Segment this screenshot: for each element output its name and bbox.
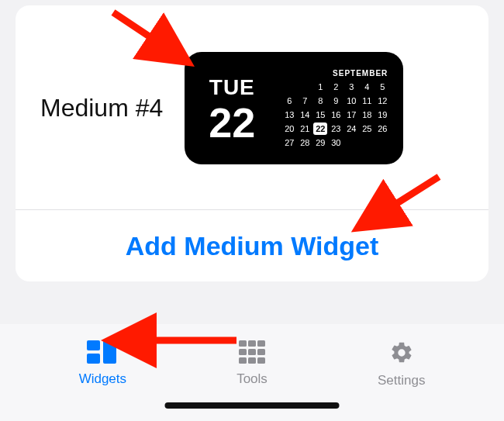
- svg-rect-11: [257, 357, 265, 364]
- preview-date: TUE 22: [198, 75, 265, 143]
- tools-icon: [239, 340, 265, 367]
- mini-calendar-cell: 26: [375, 123, 389, 135]
- mini-calendar-cell: 11: [360, 95, 374, 107]
- mini-calendar-cell: 22: [313, 123, 327, 135]
- add-widget-row[interactable]: Add Medium Widget: [16, 210, 488, 281]
- mini-calendar-cell: 24: [344, 123, 358, 135]
- calendar-widget-preview: TUE 22 SEPTEMBER 12345678910111213141516…: [185, 52, 403, 164]
- svg-rect-7: [248, 349, 256, 355]
- home-indicator[interactable]: [165, 402, 340, 409]
- tab-label: Widgets: [79, 371, 126, 387]
- widget-card: Medium #4 TUE 22 SEPTEMBER 1234567891011…: [16, 5, 488, 281]
- svg-rect-3: [239, 340, 247, 347]
- mini-calendar-cell: 13: [282, 109, 296, 121]
- svg-rect-9: [239, 357, 247, 364]
- mini-calendar-cell: 20: [282, 123, 296, 135]
- mini-calendar: SEPTEMBER 123456789101112131415161718192…: [282, 69, 389, 149]
- svg-rect-0: [87, 340, 100, 350]
- mini-calendar-cell-empty: [298, 81, 312, 93]
- svg-rect-1: [87, 354, 100, 364]
- mini-calendar-cell: 10: [344, 95, 358, 107]
- mini-calendar-cell: 17: [344, 109, 358, 121]
- tab-label: Tools: [236, 371, 268, 387]
- mini-calendar-cell: 15: [313, 109, 327, 121]
- mini-calendar-cell: 9: [329, 95, 343, 107]
- tab-tools[interactable]: Tools: [178, 340, 327, 421]
- mini-calendar-cell: 7: [298, 95, 312, 107]
- mini-calendar-cell: 21: [298, 123, 312, 135]
- tab-label: Settings: [378, 373, 425, 388]
- add-medium-widget-button[interactable]: Add Medium Widget: [126, 231, 378, 261]
- widget-preview-row[interactable]: Medium #4 TUE 22 SEPTEMBER 1234567891011…: [16, 5, 488, 209]
- mini-calendar-cell: 1: [313, 81, 327, 93]
- mini-calendar-cell: 6: [282, 95, 296, 107]
- tab-settings[interactable]: Settings: [326, 340, 476, 421]
- mini-calendar-cell: 25: [360, 123, 374, 135]
- mini-calendar-cell: 8: [313, 95, 327, 107]
- mini-calendar-cell: 2: [329, 81, 343, 93]
- mini-calendar-cell: 12: [375, 95, 389, 107]
- mini-calendar-cell: 5: [375, 81, 389, 93]
- svg-rect-8: [257, 349, 265, 355]
- mini-calendar-cell: 30: [329, 136, 343, 149]
- svg-rect-4: [248, 340, 256, 347]
- mini-calendar-cell: 27: [282, 136, 296, 149]
- preview-day-number: 22: [209, 102, 255, 143]
- widget-title: Medium #4: [40, 94, 163, 123]
- mini-calendar-cell: 16: [329, 109, 343, 121]
- mini-calendar-cell: 23: [329, 123, 343, 135]
- mini-calendar-cell: 18: [360, 109, 374, 121]
- settings-icon: [388, 340, 415, 368]
- mini-calendar-cell: 14: [298, 109, 312, 121]
- svg-rect-10: [248, 357, 256, 364]
- mini-calendar-cell: 28: [298, 136, 312, 149]
- mini-calendar-cell: 4: [360, 81, 374, 93]
- mini-calendar-cell-empty: [282, 81, 296, 93]
- svg-rect-5: [257, 340, 265, 347]
- mini-calendar-month: SEPTEMBER: [333, 69, 389, 78]
- preview-day-name: TUE: [209, 75, 255, 100]
- mini-calendar-cell: 19: [375, 109, 389, 121]
- mini-calendar-grid: 1234567891011121314151617181920212223242…: [282, 81, 389, 149]
- svg-rect-6: [239, 349, 247, 355]
- svg-rect-2: [103, 340, 116, 364]
- widgets-icon: [87, 340, 118, 367]
- mini-calendar-cell: 3: [344, 81, 358, 93]
- mini-calendar-cell: 29: [313, 136, 327, 149]
- tab-widgets[interactable]: Widgets: [28, 340, 178, 421]
